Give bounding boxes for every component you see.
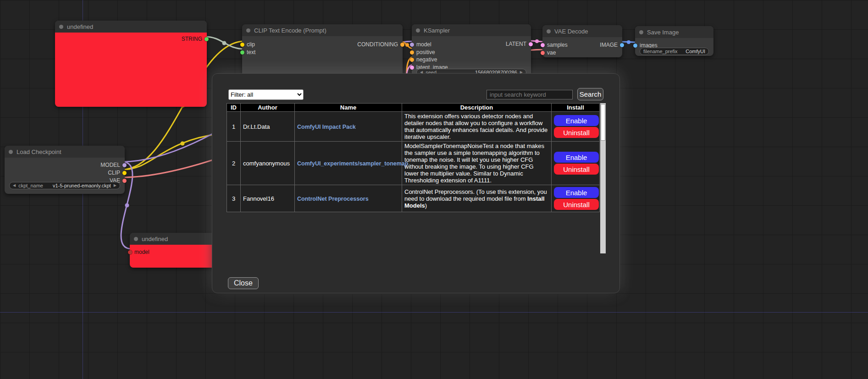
extension-table-container: ID Author Name Description Install 1 Dr.… xyxy=(227,103,606,253)
output-slot-dot[interactable] xyxy=(122,163,127,167)
cell-id: 1 xyxy=(227,112,241,142)
extension-table: ID Author Name Description Install 1 Dr.… xyxy=(227,103,600,212)
filename-prefix-widget[interactable]: filename_prefix ComfyUI xyxy=(640,48,709,55)
uninstall-button[interactable]: Uninstall xyxy=(554,164,599,175)
output-slot-conditioning: CONDITIONING xyxy=(357,41,404,48)
cell-description: ControlNet Preprocessors. (To use this e… xyxy=(402,185,552,212)
node-save-image[interactable]: Save Image images filename_prefix ComfyU… xyxy=(635,26,713,56)
node-header[interactable]: CLIP Text Encode (Prompt) xyxy=(242,24,403,36)
widget-label: filename_prefix xyxy=(643,49,678,54)
wire-model-2-midpoint-dot xyxy=(125,203,129,208)
node-body: images filename_prefix ComfyUI xyxy=(635,38,713,56)
ckpt-name-widget[interactable]: ◀ ckpt_name v1-5-pruned-emaonly.ckpt ▶ xyxy=(9,182,120,189)
input-slot-samples: samples xyxy=(541,42,568,48)
uninstall-button[interactable]: Uninstall xyxy=(554,199,599,210)
scrollbar-thumb[interactable] xyxy=(601,104,605,141)
close-button[interactable]: Close xyxy=(228,277,259,289)
input-slot-dot[interactable] xyxy=(240,50,244,55)
input-slot-dot[interactable] xyxy=(541,51,545,55)
input-slot-dot[interactable] xyxy=(410,43,414,47)
cell-author: comfyanonymous xyxy=(241,142,295,185)
wire-clip-2 xyxy=(122,134,219,170)
node-title: undefined xyxy=(67,23,93,30)
node-status-icon xyxy=(639,30,643,34)
cell-description: ModelSamplerTonemapNoiseTest a node that… xyxy=(402,142,552,185)
output-slot-clip: CLIP xyxy=(108,170,127,176)
node-header[interactable]: undefined xyxy=(55,21,207,33)
output-slot-dot[interactable] xyxy=(620,43,624,47)
wire-latent-midpoint-dot xyxy=(535,39,539,43)
output-slot-dot[interactable] xyxy=(400,43,404,47)
widget-value: ComfyUI xyxy=(686,49,705,54)
table-header-row: ID Author Name Description Install xyxy=(227,104,600,112)
col-header-author: Author xyxy=(241,104,295,112)
next-icon[interactable]: ▶ xyxy=(114,184,116,187)
slot-label: model xyxy=(416,41,431,48)
node-status-icon xyxy=(416,28,420,33)
wire-string-midpoint-dot xyxy=(222,41,227,45)
extension-link[interactable]: ComfyUI Impact Pack xyxy=(297,124,356,130)
output-slot-dot[interactable] xyxy=(122,179,127,183)
node-body: samples vae IMAGE xyxy=(542,37,622,57)
node-undefined-top[interactable]: undefined STRING xyxy=(55,21,207,107)
table-row: 3 Fannovel16 ControlNet Preprocessors Co… xyxy=(227,185,600,212)
slot-label: samples xyxy=(547,42,568,48)
input-slot-model: model xyxy=(410,41,431,48)
slot-label: clip xyxy=(247,41,255,48)
cell-install: Enable Uninstall xyxy=(552,112,600,142)
slot-label: LATENT xyxy=(506,41,526,47)
output-slot-dot[interactable] xyxy=(122,171,127,175)
node-header[interactable]: KSampler xyxy=(412,24,531,36)
slot-label: positive xyxy=(416,49,435,55)
enable-button[interactable]: Enable xyxy=(554,187,599,198)
slot-label: CONDITIONING xyxy=(357,41,398,48)
extension-link[interactable]: ControlNet Preprocessors xyxy=(297,196,369,202)
slot-label: text xyxy=(247,49,255,55)
extension-link[interactable]: ComfyUI_experiments/sampler_tonemap xyxy=(297,160,408,167)
cell-description: This extension offers various detector n… xyxy=(402,112,552,142)
filter-select[interactable]: Filter: all xyxy=(228,89,304,100)
table-row: 1 Dr.Lt.Data ComfyUI Impact Pack This ex… xyxy=(227,112,600,142)
node-vae-decode[interactable]: VAE Decode samples vae IMAGE xyxy=(542,25,622,57)
search-button[interactable]: Search xyxy=(577,88,603,100)
input-slot-dot[interactable] xyxy=(410,58,414,62)
input-slot-dot[interactable] xyxy=(410,50,414,55)
enable-button[interactable]: Enable xyxy=(554,115,599,126)
node-status-icon xyxy=(9,150,13,154)
input-slot-dot[interactable] xyxy=(633,44,637,48)
prev-icon[interactable]: ◀ xyxy=(13,184,16,187)
node-header[interactable]: Load Checkpoint xyxy=(5,146,125,158)
col-header-description: Description xyxy=(402,104,552,112)
input-slot-negative: negative xyxy=(410,56,437,63)
wire-image-midpoint-dot xyxy=(627,40,630,44)
cell-id: 2 xyxy=(227,142,241,185)
output-slot-dot[interactable] xyxy=(529,42,533,46)
node-title: undefined xyxy=(142,236,168,242)
search-input[interactable] xyxy=(487,90,573,99)
input-slot-dot[interactable] xyxy=(240,43,244,47)
uninstall-button[interactable]: Uninstall xyxy=(554,127,599,138)
wire-clip-2-midpoint-dot xyxy=(181,142,185,146)
input-slot-dot[interactable] xyxy=(128,250,132,254)
node-title: KSampler xyxy=(424,27,450,34)
node-header[interactable]: VAE Decode xyxy=(542,25,622,37)
slot-label: STRING xyxy=(182,36,202,42)
cell-author: Dr.Lt.Data xyxy=(241,112,295,142)
enable-button[interactable]: Enable xyxy=(554,152,599,163)
input-slot-dot[interactable] xyxy=(410,66,414,70)
table-row: 2 comfyanonymous ComfyUI_experiments/sam… xyxy=(227,142,600,185)
slot-label: negative xyxy=(416,56,437,63)
output-slot-dot[interactable] xyxy=(205,37,209,41)
node-header[interactable]: Save Image xyxy=(635,26,713,38)
input-slot-dot[interactable] xyxy=(541,43,545,47)
node-ksampler[interactable]: KSampler model positive negative latent_… xyxy=(412,24,531,79)
input-slot-vae: vae xyxy=(541,49,556,56)
slot-label: vae xyxy=(547,49,556,56)
node-title: Save Image xyxy=(647,29,679,36)
output-slot-latent: LATENT xyxy=(506,41,533,47)
slot-label: model xyxy=(134,249,149,255)
col-header-install: Install xyxy=(552,104,600,112)
table-scrollbar[interactable] xyxy=(600,103,606,253)
node-load-checkpoint[interactable]: Load Checkpoint MODEL CLIP VAE ◀ ckpt_na… xyxy=(5,146,125,194)
input-slot-clip: clip xyxy=(240,41,255,48)
